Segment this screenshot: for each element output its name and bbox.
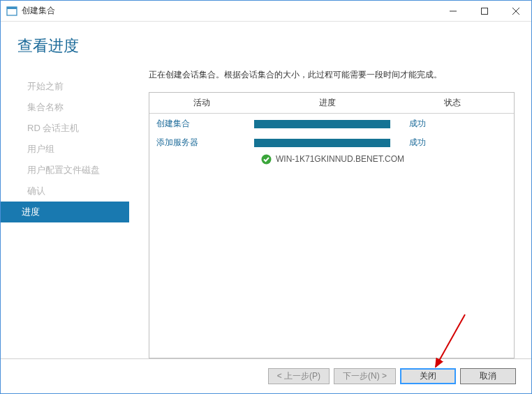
progress-bar-add-server [254,139,401,147]
main-content: 开始之前 集合名称 RD 会话主机 用户组 用户配置文件磁盘 确认 进度 正在创… [1,69,531,358]
header-progress: 进度 [254,97,401,109]
nav-rd-session-host: RD 会话主机 [1,118,129,139]
server-name: WIN-1K71GKINNUD.BENET.COM [276,154,404,165]
body: 查看进度 开始之前 集合名称 RD 会话主机 用户组 用户配置文件磁盘 确认 进… [1,22,531,393]
titlebar: 创建集合 [1,1,531,22]
content-panel: 正在创建会话集合。根据会话集合的大小，此过程可能需要一段时间才能完成。 活动 进… [129,69,515,358]
window-title: 创建集合 [22,5,437,17]
activity-add-server: 添加服务器 [156,137,254,149]
window-controls [437,1,531,21]
status-add-server: 成功 [401,137,498,149]
header-activity: 活动 [149,97,254,109]
footer: < 上一步(P) 下一步(N) > 关闭 取消 [1,358,531,393]
app-icon [6,6,17,17]
success-check-icon [261,154,272,167]
server-detail-row: WIN-1K71GKINNUD.BENET.COM [149,151,514,169]
nav-progress[interactable]: 进度 [1,202,129,222]
previous-button: < 上一步(P) [268,368,330,384]
page-heading: 查看进度 [1,22,531,69]
nav-before-start: 开始之前 [1,76,129,97]
cancel-button[interactable]: 取消 [460,368,516,384]
svg-rect-3 [481,8,487,14]
svg-rect-1 [7,7,17,9]
nav-user-groups: 用户组 [1,139,129,160]
close-window-button[interactable] [500,1,531,21]
progress-table-header: 活动 进度 状态 [149,93,514,114]
wizard-window: 创建集合 查看进度 开始之前 集合名称 RD 会话主机 用户组 用户配置文件磁盘… [0,0,532,394]
intro-text: 正在创建会话集合。根据会话集合的大小，此过程可能需要一段时间才能完成。 [149,69,515,81]
maximize-button[interactable] [468,1,500,21]
activity-create: 创建集合 [156,118,254,130]
close-button[interactable]: 关闭 [400,368,456,384]
header-status: 状态 [401,97,504,109]
nav-collection-name: 集合名称 [1,97,129,118]
status-create: 成功 [401,118,498,130]
next-button: 下一步(N) > [334,368,396,384]
progress-box: 活动 进度 状态 创建集合 成功 添加服务器 成功 [149,92,515,358]
progress-row-create: 创建集合 成功 [149,114,514,132]
nav-confirm: 确认 [1,181,129,202]
wizard-sidebar: 开始之前 集合名称 RD 会话主机 用户组 用户配置文件磁盘 确认 进度 [1,69,129,358]
progress-row-add-server: 添加服务器 成功 [149,132,514,151]
nav-user-profile-disk: 用户配置文件磁盘 [1,160,129,181]
progress-bar-create [254,120,401,128]
minimize-button[interactable] [437,1,468,21]
